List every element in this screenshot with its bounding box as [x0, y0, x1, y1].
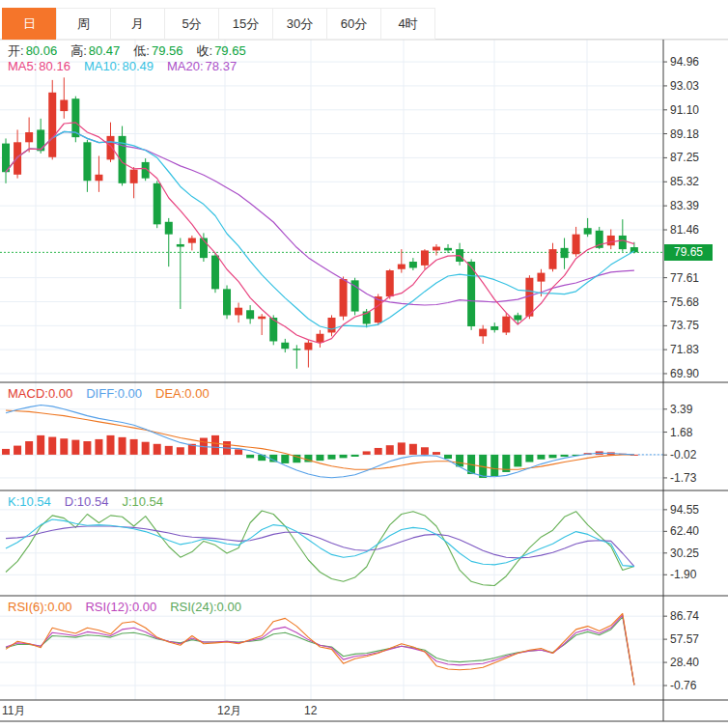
open-item: 开:80.06	[8, 42, 57, 60]
rsi24-item: RSI(24):0.00	[170, 600, 241, 614]
svg-text:73.75: 73.75	[670, 319, 699, 332]
kline-app: 94.9693.0391.1089.1887.2585.3283.3981.46…	[0, 0, 728, 728]
k-item: K:10.54	[8, 494, 51, 509]
svg-text:91.10: 91.10	[670, 103, 699, 117]
period-tabbar: 日 周 月 5分 15分 30分 60分 4时	[0, 0, 728, 40]
ma5-line	[6, 123, 634, 344]
ma5-item: MA5:80.16	[8, 59, 70, 73]
ma5-label: MA5:	[8, 59, 37, 73]
high-item: 高:80.47	[70, 42, 120, 60]
ma20-label: MA20:	[167, 59, 204, 73]
svg-text:86.74: 86.74	[670, 609, 699, 623]
rsi6-line	[6, 614, 634, 686]
y-axis-labels: 94.9693.0391.1089.1887.2585.3283.3981.46…	[663, 55, 699, 692]
macd-value: 0.00	[48, 386, 72, 401]
high-label: 高:	[70, 42, 87, 60]
svg-text:30.25: 30.25	[670, 546, 699, 560]
svg-text:85.32: 85.32	[670, 175, 699, 188]
svg-text:93.03: 93.03	[670, 79, 699, 93]
tab-30min[interactable]: 30分	[272, 8, 327, 40]
svg-text:94.96: 94.96	[670, 55, 699, 69]
ma5-line	[6, 123, 634, 344]
j-item: J:10.54	[122, 494, 163, 509]
macd-histogram	[2, 435, 663, 478]
j-label: J:	[122, 494, 131, 509]
macd-legend: MACD:0.00 DIFF:0.00 DEA:0.00	[8, 386, 210, 401]
tab-month[interactable]: 月	[110, 8, 165, 40]
rsi12-label: RSI(12):	[85, 600, 131, 614]
svg-text:-1.73: -1.73	[670, 471, 697, 485]
ma10-line	[6, 131, 634, 329]
rsi6-item: RSI(6):0.00	[8, 600, 71, 614]
tab-4hour[interactable]: 4时	[380, 8, 435, 40]
ma10-value: 80.49	[122, 59, 154, 73]
rsi-legend: RSI(6):0.00 RSI(12):0.00 RSI(24):0.00	[8, 600, 241, 614]
rsi12-item: RSI(12):0.00	[85, 600, 156, 614]
svg-text:57.57: 57.57	[670, 632, 699, 646]
d-line	[6, 526, 634, 567]
rsi24-value: 0.00	[217, 600, 241, 614]
low-label: 低:	[133, 42, 150, 60]
svg-text:83.39: 83.39	[670, 199, 699, 212]
ma5-value: 80.16	[39, 59, 70, 73]
svg-text:69.90: 69.90	[670, 367, 699, 380]
k-label: K:	[8, 494, 19, 509]
close-label: 收:	[197, 42, 213, 60]
svg-text:28.40: 28.40	[670, 656, 699, 669]
close-item: 收:79.65	[197, 42, 246, 60]
svg-text:94.55: 94.55	[670, 503, 699, 517]
svg-text:11月: 11月	[2, 704, 25, 717]
svg-text:3.39: 3.39	[670, 403, 693, 416]
tab-5min[interactable]: 5分	[164, 8, 219, 40]
dea-item: DEA:0.00	[155, 386, 210, 401]
ma20-value: 78.37	[206, 59, 238, 73]
x-axis-labels: 11月12月12	[2, 704, 318, 717]
kline-chart-canvas[interactable]: 94.9693.0391.1089.1887.2585.3283.3981.46…	[0, 0, 728, 728]
diff-label: DIFF:	[86, 386, 118, 401]
d-value: 10.54	[77, 494, 109, 509]
rsi6-line	[6, 614, 634, 686]
rsi12-line	[6, 615, 634, 685]
macd-item: MACD:0.00	[8, 386, 72, 401]
svg-text:12月: 12月	[217, 704, 241, 717]
svg-text:-0.76: -0.76	[670, 679, 697, 692]
high-value: 80.47	[89, 43, 121, 58]
d-label: D:	[65, 494, 77, 509]
open-label: 开:	[8, 42, 24, 60]
rsi6-value: 0.00	[47, 600, 71, 614]
tab-week[interactable]: 周	[56, 8, 111, 40]
svg-text:77.61: 77.61	[670, 271, 699, 285]
k-value: 10.54	[19, 494, 51, 509]
svg-text:12: 12	[304, 704, 318, 717]
macd-label: MACD:	[8, 386, 48, 401]
svg-text:75.68: 75.68	[670, 295, 699, 309]
rsi12-line	[6, 615, 634, 685]
current-price-badge: 79.65	[664, 244, 713, 261]
svg-text:87.25: 87.25	[670, 151, 699, 164]
d-item: D:10.54	[65, 494, 109, 509]
rsi6-label: RSI(6):	[8, 600, 47, 614]
low-value: 79.56	[152, 43, 183, 58]
rsi24-label: RSI(24):	[170, 600, 216, 614]
ma10-label: MA10:	[84, 59, 121, 73]
svg-text:-1.90: -1.90	[670, 568, 697, 581]
open-value: 80.06	[26, 43, 58, 58]
rsi12-value: 0.00	[132, 600, 156, 614]
close-value: 79.65	[214, 43, 246, 58]
tab-15min[interactable]: 15分	[218, 8, 273, 40]
dea-value: 0.00	[184, 386, 209, 401]
dea-label: DEA:	[155, 386, 184, 401]
low-item: 低:79.56	[133, 42, 182, 60]
rsi24-line	[6, 617, 634, 686]
diff-item: DIFF:0.00	[86, 386, 142, 401]
ma20-item: MA20:78.37	[167, 59, 237, 73]
diff-value: 0.00	[118, 386, 142, 401]
ma10-item: MA10:80.49	[84, 59, 154, 73]
svg-text:81.46: 81.46	[670, 223, 699, 237]
candles	[2, 77, 638, 369]
kdj-legend: K:10.54 D:10.54 J:10.54	[8, 494, 163, 509]
svg-text:-0.02: -0.02	[670, 448, 697, 462]
tab-day[interactable]: 日	[2, 8, 57, 40]
tab-60min[interactable]: 60分	[326, 8, 381, 40]
ma-legend: MA5:80.16 MA10:80.49 MA20:78.37	[8, 59, 237, 73]
